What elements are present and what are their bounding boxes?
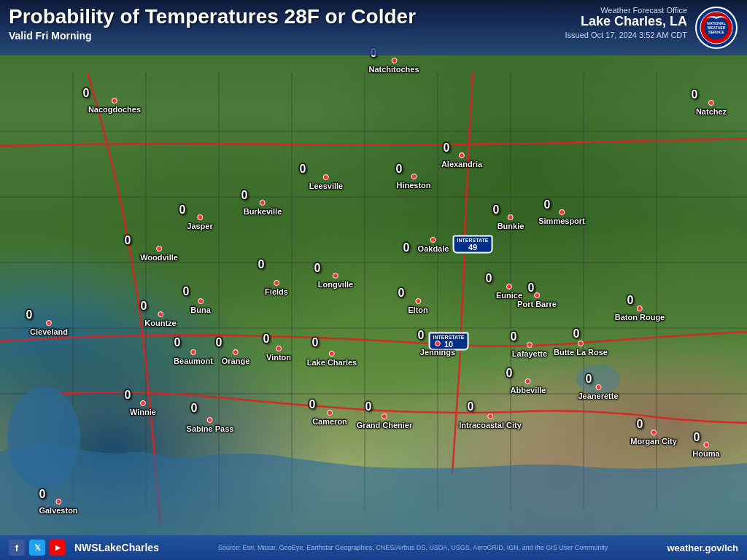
city-dot xyxy=(415,298,421,304)
source-text: Source: Esri, Maxar, GeoEye, Earthstar G… xyxy=(218,544,608,551)
city-dot xyxy=(595,384,601,390)
city-marker: Intracoastal City xyxy=(459,413,522,429)
city-dot xyxy=(525,378,531,384)
city-dot xyxy=(198,298,204,304)
city-name: Elton xyxy=(408,306,428,314)
city-name: Sabine Pass xyxy=(187,424,234,433)
city-dot xyxy=(487,413,493,419)
wfo-name: Lake Charles, LA xyxy=(565,15,687,29)
prob-value: 0 xyxy=(573,327,580,341)
prob-value: 0 xyxy=(312,336,319,349)
prob-value: 0 xyxy=(486,272,492,285)
city-name: Simmesport xyxy=(538,217,585,225)
city-dot xyxy=(637,306,643,311)
facebook-icon[interactable]: f xyxy=(9,540,25,556)
city-marker: Baton Rouge xyxy=(615,306,665,322)
city-marker: Woodville xyxy=(140,246,178,262)
city-marker: Leesville xyxy=(309,174,343,190)
prob-value: 0 xyxy=(403,241,410,254)
city-dot xyxy=(527,342,533,348)
city-marker: Kountze xyxy=(144,311,176,327)
prob-value: 0 xyxy=(183,285,190,298)
city-marker: Morgan City xyxy=(630,429,677,446)
city-dot xyxy=(260,200,266,206)
city-name: Burkeville xyxy=(244,207,282,216)
city-dot xyxy=(435,341,441,346)
city-marker: Sabine Pass xyxy=(187,417,234,433)
city-name: Buna xyxy=(190,306,211,314)
prob-value: 0 xyxy=(468,400,474,413)
city-name: Jeanerette xyxy=(578,392,618,400)
city-dot xyxy=(233,349,239,355)
city-name: Cameron xyxy=(312,417,347,426)
city-dot xyxy=(46,320,52,326)
svg-text:SERVICE: SERVICE xyxy=(708,30,725,34)
city-dot xyxy=(708,100,714,106)
city-dot xyxy=(274,280,279,286)
city-marker: Longville xyxy=(318,273,353,289)
footer: f 𝕏 ▶ NWSLakeCharles Source: Esri, Maxar… xyxy=(0,535,747,560)
city-dot xyxy=(323,174,329,180)
city-dot xyxy=(459,152,465,158)
city-name: Woodville xyxy=(140,253,178,262)
city-name: Natchez xyxy=(696,107,727,116)
city-name: Nacogdoches xyxy=(88,105,141,114)
city-name: Morgan City xyxy=(630,437,677,446)
city-marker: Hineston xyxy=(396,174,430,190)
city-name: Longville xyxy=(318,280,353,289)
city-marker: Natchez xyxy=(696,100,727,116)
prob-value: 0 xyxy=(365,400,372,413)
city-marker: Vinton xyxy=(266,346,291,362)
city-dot xyxy=(333,273,338,279)
city-name: Vinton xyxy=(266,353,291,362)
city-name: Winnie xyxy=(130,408,156,416)
city-marker: Galveston xyxy=(39,499,77,515)
city-dot xyxy=(190,349,196,355)
city-marker: Fields xyxy=(265,280,288,296)
city-marker: Houma xyxy=(692,442,719,458)
city-marker: Winnie xyxy=(130,400,156,416)
roads-overlay xyxy=(0,0,747,560)
title-section: Probability of Temperatures 28F or Colde… xyxy=(9,6,565,42)
prob-value: 0 xyxy=(179,203,186,217)
city-marker: Cleveland xyxy=(30,320,68,336)
city-marker: Lake Charles xyxy=(307,351,357,367)
city-name: Butte La Rose xyxy=(554,348,608,357)
city-dot xyxy=(411,174,417,179)
city-dot xyxy=(391,58,397,63)
city-dot xyxy=(55,499,61,505)
city-dot xyxy=(559,209,565,215)
prob-value: 0 xyxy=(398,287,405,300)
header: Probability of Temperatures 28F or Colde… xyxy=(0,0,747,55)
prob-value: 0 xyxy=(174,336,181,349)
city-dot xyxy=(327,410,333,416)
svg-point-14 xyxy=(7,386,80,489)
nws-logo: NATIONAL WEATHER SERVICE xyxy=(694,6,738,50)
map-container: INTERSTATE 49 INTERSTATE 10 0Nacogdoches… xyxy=(0,0,747,560)
twitter-icon[interactable]: 𝕏 xyxy=(29,540,45,556)
website-link[interactable]: weather.gov/lch xyxy=(667,542,738,553)
city-dot xyxy=(651,429,657,435)
city-marker: Butte La Rose xyxy=(554,341,608,357)
city-name: Leesville xyxy=(309,182,343,190)
city-name: Port Barre xyxy=(517,300,557,308)
prob-value: 0 xyxy=(216,336,222,349)
city-name: Natchitoches xyxy=(368,65,419,74)
city-name: Orange xyxy=(222,357,250,365)
city-dot xyxy=(140,400,146,406)
prob-value: 0 xyxy=(300,163,306,176)
issued-line: Issued Oct 17, 2024 3:52 AM CDT xyxy=(565,31,687,39)
city-marker: Nacogdoches xyxy=(88,98,141,114)
city-marker: Beaumont xyxy=(174,349,213,365)
city-dot xyxy=(276,346,282,351)
city-dot xyxy=(329,351,335,357)
youtube-icon[interactable]: ▶ xyxy=(50,540,66,556)
city-marker: Lafayette xyxy=(512,342,547,358)
city-marker: Jennings xyxy=(420,341,455,357)
city-marker: Grand Chenier xyxy=(357,413,412,429)
city-marker: Oakdale xyxy=(418,237,449,253)
city-dot xyxy=(508,214,514,220)
i49-shield: INTERSTATE 49 xyxy=(453,236,493,254)
city-dot xyxy=(207,417,213,423)
city-marker: Buna xyxy=(190,298,211,314)
